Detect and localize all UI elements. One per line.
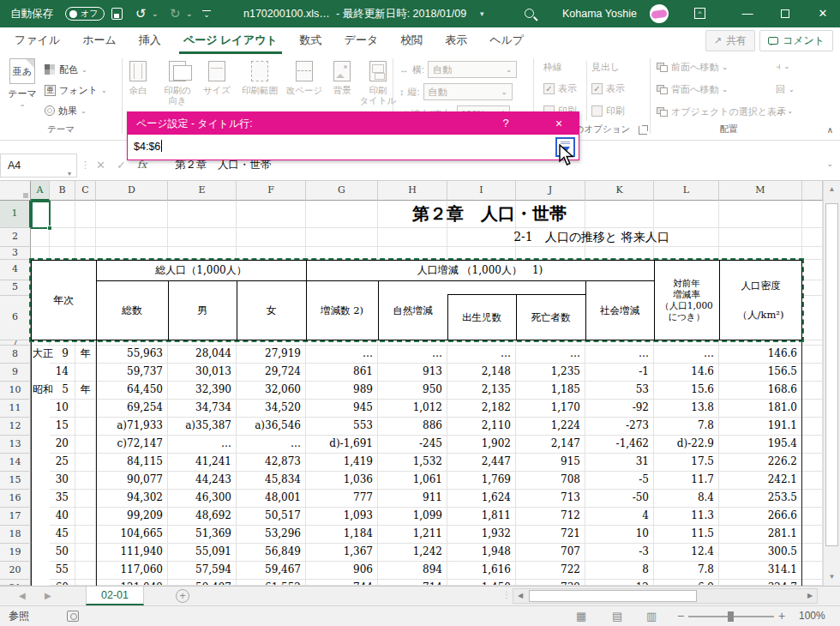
cell[interactable]: 84,115 (96, 454, 168, 472)
cell[interactable] (31, 364, 50, 382)
cell[interactable]: 20 (50, 436, 75, 454)
cell[interactable] (75, 201, 96, 228)
cell[interactable]: 5 (50, 382, 75, 400)
cell[interactable]: 40 (50, 508, 75, 526)
themes-button[interactable]: 亜あ テーマ ⌄ (5, 58, 39, 108)
cell[interactable]: 25 (50, 454, 75, 472)
cell[interactable] (802, 382, 823, 400)
cell[interactable] (31, 490, 50, 508)
size-button[interactable]: サイズ (199, 61, 235, 95)
cell[interactable]: 714 (378, 580, 447, 586)
fill-handle[interactable] (47, 226, 52, 231)
avatar[interactable] (650, 4, 669, 23)
row-header-18[interactable]: 18 (0, 526, 31, 544)
cell[interactable]: 55 (50, 562, 75, 580)
headings-print-checkbox[interactable] (591, 105, 603, 117)
column-header-L[interactable]: L (654, 181, 719, 201)
cell[interactable] (31, 508, 50, 526)
cell[interactable]: 90,077 (96, 472, 168, 490)
row-header-4[interactable]: 4 (0, 260, 31, 280)
cell[interactable]: 1,211 (378, 526, 447, 544)
column-header-J[interactable]: J (516, 181, 585, 201)
background-button[interactable]: 背景 (326, 61, 358, 95)
sheet-options-launcher-icon[interactable] (639, 126, 647, 135)
cell[interactable]: 1,235 (516, 364, 585, 382)
cell[interactable]: 53,296 (237, 526, 306, 544)
cell[interactable]: 50,517 (237, 508, 306, 526)
gridlines-show-checkbox[interactable]: ✓ (543, 83, 555, 94)
comment-button[interactable]: コメント (759, 30, 833, 51)
cell[interactable]: … (516, 346, 585, 364)
cell[interactable]: 50 (50, 544, 75, 562)
cell[interactable]: 48,692 (168, 508, 237, 526)
cell[interactable] (168, 228, 237, 247)
cell[interactable]: 11.7 (654, 472, 719, 490)
cell[interactable]: 7.8 (654, 562, 719, 580)
align-button[interactable]: ⫞⌄ (776, 61, 789, 72)
page-break-button[interactable]: 改ページ (283, 61, 326, 95)
title-rows-input[interactable]: $4:$6 (134, 140, 162, 153)
column-header-A[interactable]: A (31, 181, 50, 201)
ribbon-tab-3[interactable]: ページ レイアウト (172, 27, 289, 54)
cell[interactable] (31, 580, 50, 586)
cell[interactable]: 1,170 (516, 400, 585, 418)
column-header-F[interactable]: F (237, 181, 306, 201)
cell[interactable]: 156.5 (719, 364, 802, 382)
cell[interactable]: 1,932 (447, 526, 516, 544)
cell[interactable] (802, 418, 823, 436)
cell[interactable]: 41,241 (168, 454, 237, 472)
cell[interactable]: 7.8 (654, 418, 719, 436)
row-header-21[interactable]: 21 (0, 580, 31, 586)
cell[interactable]: -273 (585, 418, 654, 436)
cell[interactable]: -245 (378, 436, 447, 454)
cell[interactable]: 32,390 (168, 382, 237, 400)
zoom-in-icon[interactable]: + (778, 606, 785, 626)
add-sheet-button[interactable]: + (176, 589, 189, 603)
cell[interactable] (75, 580, 96, 586)
row-header-19[interactable]: 19 (0, 544, 31, 562)
cell[interactable]: d)-22.9 (654, 436, 719, 454)
cell[interactable]: 739 (516, 580, 585, 586)
minimize-button[interactable]: — (729, 0, 766, 27)
cell[interactable] (802, 247, 823, 260)
cell[interactable] (75, 490, 96, 508)
hscroll-left-icon[interactable]: ◀ (513, 589, 527, 603)
user-name[interactable]: Kohama Yoshie (562, 0, 637, 27)
redo-icon[interactable]: ↻ (170, 0, 181, 27)
cell[interactable] (802, 436, 823, 454)
last-updated[interactable]: - 最終更新日時: 2018/01/09 (336, 0, 466, 27)
cell[interactable] (802, 364, 823, 382)
cell[interactable] (75, 436, 96, 454)
cell[interactable]: 722 (516, 562, 585, 580)
cell[interactable] (75, 454, 96, 472)
row-header-20[interactable]: 20 (0, 562, 31, 580)
undo-chevron-icon[interactable]: ⌄ (152, 0, 159, 27)
cell[interactable]: 55,091 (168, 544, 237, 562)
row-header-11[interactable]: 11 (0, 400, 31, 418)
cell[interactable] (802, 400, 823, 418)
cell[interactable] (96, 228, 168, 247)
cell[interactable]: 1,185 (516, 382, 585, 400)
cell[interactable]: 大正 (31, 346, 50, 364)
cell[interactable]: 906 (306, 562, 378, 580)
cell[interactable] (802, 508, 823, 526)
cell[interactable] (802, 346, 823, 364)
bring-forward-button[interactable]: 前面へ移動⌄ (657, 61, 728, 74)
cell[interactable]: c)72,147 (96, 436, 168, 454)
cell[interactable]: 48,001 (237, 490, 306, 508)
cell[interactable]: 2,182 (447, 400, 516, 418)
cell[interactable] (31, 472, 50, 490)
cell[interactable] (75, 526, 96, 544)
page-break-view-icon[interactable]: ▥ (646, 606, 657, 626)
column-header-D[interactable]: D (96, 181, 168, 201)
row-header-10[interactable]: 10 (0, 382, 31, 400)
cell[interactable] (50, 201, 75, 228)
cell[interactable]: 2,148 (447, 364, 516, 382)
headings-show-checkbox[interactable]: ✓ (591, 83, 603, 94)
ribbon-tab-2[interactable]: 挿入 (128, 27, 172, 54)
cell[interactable] (31, 454, 50, 472)
cell[interactable]: 2,135 (447, 382, 516, 400)
cell[interactable]: 950 (378, 382, 447, 400)
cell[interactable] (50, 228, 75, 247)
cell[interactable]: 324.7 (719, 580, 802, 586)
